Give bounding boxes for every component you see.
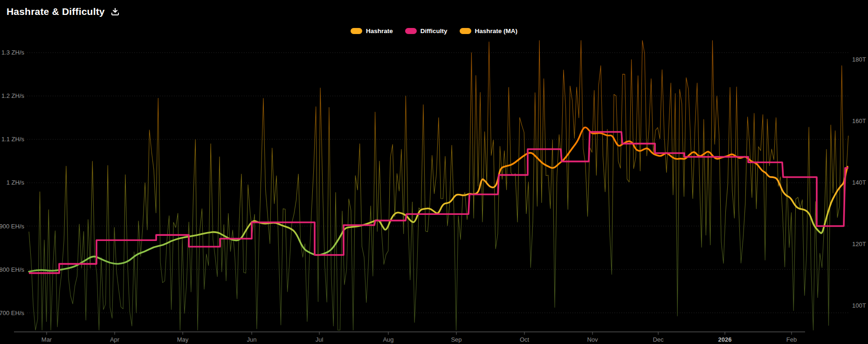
legend-item-hashrate-ma[interactable]: Hashrate (MA) (460, 28, 518, 34)
x-axis-label: Feb (786, 336, 797, 343)
legend-label: Difficulty (420, 28, 448, 34)
chart-header: Hashrate & Difficulty (7, 6, 119, 17)
right-axis-label: 120T (852, 241, 866, 248)
left-axis-label: 1 ZH/s (7, 179, 25, 186)
x-axis-label: Nov (587, 336, 598, 343)
x-axis-label: Dec (653, 336, 664, 343)
x-axis-label: Oct (520, 336, 530, 343)
legend-swatch (351, 28, 362, 34)
left-axis-label: 700 EH/s (0, 310, 24, 316)
download-icon[interactable] (111, 7, 119, 16)
legend-item-hashrate[interactable]: Hashrate (351, 28, 393, 34)
x-axis-label: Aug (383, 336, 393, 343)
legend-swatch (460, 28, 471, 34)
legend-label: Hashrate (MA) (475, 28, 518, 34)
left-axis-label: 1.1 ZH/s (1, 136, 25, 143)
x-axis-label: 2026 (718, 336, 732, 343)
x-axis-label: Jul (316, 336, 324, 343)
left-axis-label: 900 EH/s (0, 223, 24, 230)
chart-legend: HashrateDifficultyHashrate (MA) (0, 28, 868, 34)
x-axis-label: Mar (41, 336, 52, 343)
right-axis-label: 160T (852, 117, 866, 124)
x-axis-label: Sep (451, 336, 462, 343)
hashrate-difficulty-chart[interactable]: 1.3 ZH/s1.2 ZH/s1.1 ZH/s1 ZH/s900 EH/s80… (0, 0, 868, 344)
right-axis-label: 180T (852, 56, 866, 63)
legend-swatch (405, 28, 417, 34)
page-title: Hashrate & Difficulty (7, 6, 105, 17)
x-axis-label: Apr (110, 336, 120, 343)
hashrate-raw-line (29, 41, 848, 330)
legend-item-difficulty[interactable]: Difficulty (405, 28, 448, 34)
x-axis-label: May (177, 336, 189, 343)
legend-label: Hashrate (366, 28, 393, 34)
right-axis-label: 100T (852, 302, 866, 309)
hashrate-ma-line (29, 127, 847, 271)
right-axis-label: 140T (852, 179, 866, 186)
x-axis-label: Jun (247, 336, 257, 343)
left-axis-label: 1.2 ZH/s (1, 92, 25, 99)
left-axis-label: 1.3 ZH/s (1, 49, 25, 56)
left-axis-label: 800 EH/s (0, 266, 24, 273)
